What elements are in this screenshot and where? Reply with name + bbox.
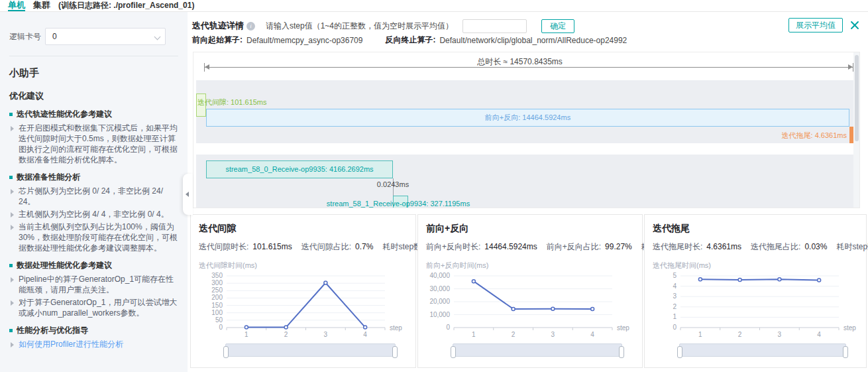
stat-value: 4.6361ms — [706, 242, 741, 251]
svg-text:3: 3 — [778, 331, 782, 338]
svg-text:200: 200 — [211, 294, 223, 301]
backward-end-op-label: 反向终止算子: — [385, 34, 435, 46]
section-title: 性能分析与优化指导 — [17, 325, 88, 336]
stat-value: 99.27% — [605, 242, 632, 251]
svg-text:2: 2 — [512, 331, 515, 338]
panel-title: 迭代间隙 — [199, 223, 407, 235]
step-input[interactable] — [462, 19, 527, 33]
logic-card-label: 逻辑卡号 — [9, 31, 45, 42]
suggestion-section: 数据处理性能优化参考建议 Pipeline中的算子GeneratorOp_1可能… — [9, 260, 178, 318]
datazoom-left-handle[interactable] — [677, 346, 682, 358]
suggestion-item: 当前主机侧队列空队列占比为100%，阈值为30%，数据处理阶段可能存在优化空间，… — [9, 221, 178, 253]
sidebar-divider — [9, 56, 178, 56]
section-title: 数据准备性能分析 — [17, 172, 80, 183]
line-chart-iteration-gap: 0501001502002503003501234step — [199, 272, 407, 341]
datazoom-right-handle[interactable] — [619, 346, 624, 358]
iteration-tail-label: 迭代拖尾: 4.6361ms — [782, 131, 847, 141]
bullet-icon — [9, 329, 13, 332]
panel-iteration-gap: 迭代间隙 迭代间隙时长:101.615ms 迭代间隙占比:0.7% 耗时step… — [190, 214, 416, 368]
tab-single-machine[interactable]: 单机 — [8, 0, 25, 11]
svg-text:4: 4 — [590, 331, 594, 338]
line-chart-iteration-tail: 0123451234step — [653, 272, 858, 341]
svg-text:0: 0 — [219, 324, 223, 331]
line-chart-forward-backward: 010,00020,00030,00040,0001234step — [426, 272, 634, 341]
datazoom-right-handle[interactable] — [843, 346, 848, 358]
svg-text:30,000: 30,000 — [429, 285, 450, 292]
svg-text:350: 350 — [211, 272, 223, 279]
stat-label: 耗时step数: — [836, 242, 868, 251]
bullet-icon — [9, 113, 13, 116]
stat-value: 14464.5924ms — [484, 242, 537, 251]
svg-text:3: 3 — [551, 331, 555, 338]
detail-header-right: 展示平均值 — [788, 18, 860, 32]
datazoom-slider[interactable] — [453, 343, 622, 357]
svg-text:250: 250 — [211, 286, 223, 294]
y-axis-label: 迭代间隙时间(ms) — [199, 261, 407, 271]
suggestion-item: 芯片侧队列为空比例 0/ 24，非空比例 24/ 24。 — [9, 186, 178, 207]
forward-backward-bar[interactable]: 前向+反向: 14464.5924ms — [206, 109, 849, 127]
sidebar-collapse-handle[interactable] — [183, 174, 193, 215]
trace-timeline-region: 总时长 ≈ 14570.8435ms 迭代间隙: 101.615ms 前向+反向… — [193, 52, 860, 208]
panel-title: 迭代拖尾 — [653, 223, 858, 235]
arrow-right-head — [848, 64, 853, 70]
iteration-band: 迭代间隙: 101.615ms 前向+反向: 14464.5924ms 迭代拖尾… — [196, 80, 855, 143]
backward-end-op-value: Default/network/clip/global_norm/AllRedu… — [439, 36, 627, 45]
y-axis-label: 前向+反向时间(ms) — [426, 261, 634, 271]
svg-text:2: 2 — [738, 331, 742, 338]
detail-header: 迭代轨迹详情 i 请输入step值（1~4的正整数，值为空时展示平均值） 确定 — [192, 18, 574, 34]
svg-text:step: step — [843, 324, 856, 332]
datazoom-left-handle[interactable] — [223, 346, 229, 358]
sidebar: 逻辑卡号 0 小助手 优化建议 迭代轨迹性能优化参考建议 在开启图模式和数据集下… — [0, 12, 188, 372]
step-hint: 请输入step值（1~4的正整数，值为空时展示平均值） — [266, 21, 453, 32]
profiler-help-link[interactable]: 如何使用Profiler进行性能分析 — [9, 339, 178, 349]
suggestion-section: 迭代轨迹性能优化参考建议 在开启图模式和数据集下沉模式后，如果平均迭代间隙时间大… — [9, 109, 178, 165]
forward-start-op-value: Default/memcpy_async-op36709 — [246, 36, 362, 45]
suggestion-section: 性能分析与优化指导 如何使用Profiler进行性能分析 — [9, 325, 178, 349]
stream-receive-label-2: stream_58_1_Receive-op9934: 327.1195ms — [299, 200, 498, 208]
stream-band: stream_58_0_Receive-op9935: 4166.2692ms … — [196, 155, 855, 208]
stat-label: 前向+反向占比: — [547, 242, 601, 251]
datazoom-slider[interactable] — [679, 343, 846, 357]
svg-text:4: 4 — [363, 331, 367, 338]
region-scrollbar-thumb[interactable] — [855, 55, 859, 141]
tab-cluster[interactable]: 集群 — [33, 0, 50, 11]
panel-iteration-tail: 迭代拖尾 迭代拖尾时长:4.6361ms 迭代拖尾占比:0.03% 耗时step… — [644, 214, 867, 368]
datazoom-right-handle[interactable] — [392, 346, 398, 358]
chevron-down-icon — [154, 34, 161, 40]
section-title: 数据处理性能优化参考建议 — [17, 260, 112, 271]
info-icon[interactable]: i — [246, 22, 255, 31]
suggestion-item: 对于算子GeneratorOp_1，用户可以尝试增大或减小num_paralle… — [9, 297, 178, 318]
svg-text:20,000: 20,000 — [429, 298, 450, 305]
stat-value: 0.03% — [804, 242, 827, 251]
svg-text:0: 0 — [446, 324, 450, 331]
svg-text:10,000: 10,000 — [429, 311, 450, 318]
confirm-button[interactable]: 确定 — [541, 19, 574, 33]
stat-value: 0.7% — [355, 242, 373, 251]
datazoom-slider[interactable] — [225, 343, 396, 357]
svg-text:150: 150 — [211, 302, 223, 309]
stat-label: 迭代间隙占比: — [301, 242, 351, 251]
stream-receive-bar-1[interactable]: stream_58_0_Receive-op9935: 4166.2692ms — [206, 160, 393, 178]
page-title: 迭代轨迹详情 — [192, 20, 244, 32]
logic-card-select[interactable]: 0 — [45, 28, 166, 45]
svg-text:2: 2 — [673, 303, 677, 310]
total-duration-arrow — [204, 67, 853, 68]
svg-text:1: 1 — [244, 331, 248, 338]
svg-text:4: 4 — [817, 331, 821, 338]
panel-title: 前向+反向 — [426, 223, 634, 235]
suggestion-item: 在开启图模式和数据集下沉模式后，如果平均迭代间隙时间大于0.5ms，则数据处理至… — [9, 123, 178, 165]
stat-label: 迭代拖尾时长: — [653, 242, 702, 251]
show-average-button[interactable]: 展示平均值 — [788, 18, 843, 32]
region-scrollbar — [853, 52, 859, 208]
suggestions-title: 优化建议 — [9, 90, 178, 102]
svg-text:3: 3 — [673, 292, 677, 300]
iteration-gap-label: 迭代间隙: 101.615ms — [197, 97, 267, 107]
operator-info-row: 前向起始算子: Default/memcpy_async-op36709 反向终… — [192, 34, 627, 46]
datazoom-left-handle[interactable] — [451, 346, 456, 358]
panel-forward-backward: 前向+反向 前向+反向时长:14464.5924ms 前向+反向占比:99.27… — [417, 214, 643, 368]
suggestion-item: 主机侧队列为空比例 4/ 4，非空比例 0/ 4。 — [9, 209, 178, 219]
close-icon[interactable] — [849, 20, 860, 31]
svg-text:50: 50 — [215, 316, 223, 324]
bullet-icon — [9, 176, 13, 179]
svg-text:5: 5 — [673, 272, 677, 279]
